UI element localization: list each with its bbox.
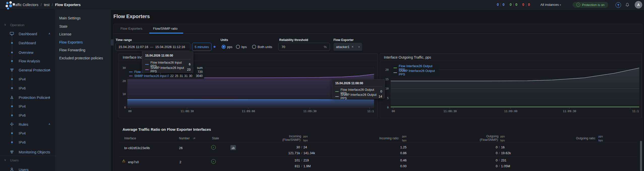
x-tick: 11:1 (367, 110, 374, 113)
submenu-item-state[interactable]: State (59, 24, 68, 28)
sidebar-item-gp-ipv4[interactable]: IPv4 (19, 77, 26, 81)
chevron-up-icon[interactable] (48, 32, 50, 35)
time-window-selector[interactable]: 5 minutes (192, 43, 211, 51)
sidebar-item-pp-ipv6[interactable]: IPv6 (19, 113, 26, 117)
x-tick: 11:1 (632, 110, 639, 113)
counter-red[interactable]: 00 (522, 3, 530, 7)
help-icon[interactable] (616, 2, 621, 8)
submenu-item-main-settings[interactable]: Main Settings (59, 16, 81, 20)
breadcrumb-root[interactable]: Traffic Collectors (12, 3, 38, 7)
col-header-outgoing: Outgoing(Flow/SNMP): (459, 135, 499, 142)
units-radio-both[interactable] (252, 45, 256, 49)
table-header-border (118, 142, 638, 143)
units-radio-pps[interactable] (222, 45, 226, 49)
chevron-down-icon[interactable]: ▾ (358, 46, 360, 48)
cell-incoming-bps: 121.71k/141.34k (280, 151, 315, 155)
unit-bps: bps (303, 139, 308, 142)
col-header-outgoing-ratio: Outgoing ratio: (576, 137, 596, 140)
tooltip-timestamp: 15.04.2026 11:08:00 (145, 54, 173, 57)
sidebar-item-gp-ipv6[interactable]: IPv6 (19, 86, 26, 90)
x-tick: 11:09:30 (303, 110, 317, 113)
sidebar-item-general-protection[interactable]: General Protection (19, 68, 50, 72)
user-avatar[interactable]: A (635, 1, 642, 9)
notifications-bell-icon[interactable] (625, 3, 630, 7)
breadcrumb-collector[interactable]: test (44, 3, 50, 7)
reliability-threshold-label: Reliability threshold (279, 38, 308, 42)
sidebar-section-users: Users (10, 158, 19, 162)
protection-status-badge[interactable]: Protection is on (573, 2, 608, 8)
submenu-item-flow-exporters[interactable]: Flow Exporters (59, 40, 83, 44)
cell-incoming-ratio-pps: 0.46 (391, 158, 407, 162)
tab-flow-snmp-ratio[interactable]: Flow/SNMP ratio (153, 27, 177, 30)
series-color-dash (335, 96, 339, 97)
chevron-up-icon[interactable] (48, 68, 50, 71)
cell-incoming-ratio-bps: 0.86 (391, 151, 407, 155)
legend-row-snmp-output[interactable]: SNMP Interface26 Output PPS (393, 70, 436, 75)
series-color-dash (335, 91, 339, 92)
y-tick: 10 (120, 93, 126, 96)
tab-bar-border (114, 33, 641, 34)
primary-sidebar: Operation Dashboard Dashboard Overview F… (0, 10, 55, 171)
series-color-dash (129, 72, 133, 72)
submenu-item-flow-forwarding[interactable]: Flow Forwarding (59, 48, 85, 52)
chevron-up-icon[interactable] (48, 96, 50, 99)
sidebar-item-users[interactable]: Users (19, 167, 28, 171)
series-color-dash (393, 68, 397, 68)
units-radio-bps-label[interactable]: bps (241, 45, 247, 49)
units-radio-pps-label[interactable]: pps (227, 45, 232, 49)
settings-submenu: Main Settings State License Flow Exporte… (55, 10, 111, 171)
x-tick: 11:09:30 (563, 110, 576, 113)
tab-flow-exporters[interactable]: Flow Exporters (120, 27, 142, 30)
tree-dot (11, 114, 13, 116)
cell-interface[interactable]: br-c82d53c23e9b (124, 146, 150, 150)
remove-tag-icon[interactable]: × (351, 45, 353, 49)
units-radio-both-label[interactable]: Both units (258, 45, 272, 49)
units-radio-bps[interactable] (236, 45, 240, 49)
counter-green[interactable]: 00 (510, 3, 517, 7)
cell-interface[interactable]: enp7s0 (128, 160, 139, 164)
cell-number: 2 (179, 160, 181, 164)
sidebar-item-rules-ipv4[interactable]: IPv4 (19, 131, 26, 135)
instances-selector[interactable]: All instances ▾ (540, 3, 561, 7)
breadcrumb-current: Flow Exporters (55, 3, 81, 7)
x-tick: 11:08:30 (180, 110, 194, 113)
counter-blue[interactable]: 00 (497, 3, 505, 7)
unit-bps: bps (402, 139, 407, 142)
exporter-tag: attacker1 (336, 45, 349, 49)
chart-toggle-button[interactable] (230, 145, 236, 150)
outgoing-legend: Flow Interface26 Output PPS SNMP Interfa… (391, 65, 438, 76)
section-collapse-icon[interactable] (4, 23, 6, 26)
sidebar-item-dashboard[interactable]: Dashboard (19, 32, 37, 36)
breadcrumb: Traffic Collectors/test/Flow Exporters (12, 3, 81, 7)
submenu-item-excluded-policies[interactable]: Excluded protection policies (59, 56, 103, 60)
sidebar-item-rules[interactable]: Rules (19, 122, 28, 126)
legend-row-snmp-input[interactable]: SNMP Interface26 Input PPS 22 25 31 31 3… (129, 74, 203, 78)
sidebar-item-overview[interactable]: Overview (19, 51, 33, 55)
col-header-incoming-ratio: Incoming ratio: (379, 137, 399, 140)
chevron-up-icon[interactable] (48, 122, 50, 126)
series-color-dash (145, 69, 149, 70)
app-root: Traffic Collectors/test/Flow Exporters 0… (0, 0, 644, 171)
sidebar-item-pp-ipv4[interactable]: IPv4 (19, 104, 26, 108)
submenu-item-license[interactable]: License (59, 32, 71, 36)
table-scrollbar[interactable] (640, 141, 642, 171)
y-tick: 0 (382, 106, 389, 109)
general-protection-icon (10, 68, 14, 72)
top-bar: Traffic Collectors/test/Flow Exporters 0… (0, 0, 644, 10)
section-collapse-icon[interactable] (4, 158, 6, 162)
active-tab-indicator (149, 33, 183, 33)
sidebar-item-protection-policies[interactable]: Protection Policies (19, 95, 50, 100)
sidebar-item-rules-ipv6[interactable]: IPv6 (19, 140, 26, 144)
flow-exporter-select[interactable]: attacker1 × ▾ (333, 43, 362, 51)
time-range-input[interactable]: 15.04.2026 11:07:16 — 15.04.2026 11:12:1… (115, 43, 190, 51)
col-header-number[interactable]: Number (179, 137, 190, 140)
sidebar-item-dashboard-sub[interactable]: Dashboard (19, 41, 36, 45)
sidebar-item-monitoring-objects[interactable]: Monitoring Objects (19, 150, 50, 154)
sidebar-item-flow-analysis[interactable]: Flow Analysis (19, 59, 40, 63)
users-icon (10, 167, 14, 171)
unit-pps: pps (598, 135, 603, 138)
outgoing-chart-title: Interface Outgoing Traffic, pps (384, 55, 431, 59)
state-ok-icon (211, 159, 216, 164)
sort-descending-icon[interactable] (193, 137, 195, 140)
reliability-threshold-input[interactable]: 70% (278, 43, 330, 51)
